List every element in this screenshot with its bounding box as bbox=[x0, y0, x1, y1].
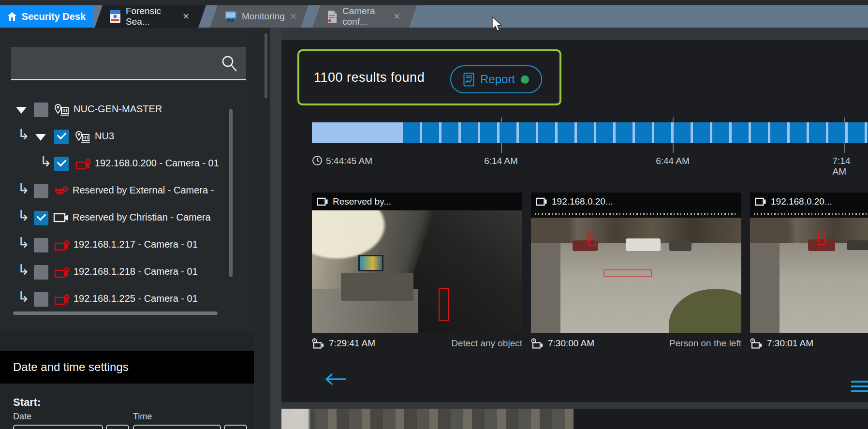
scene-shape bbox=[341, 273, 413, 301]
site-icon bbox=[75, 131, 91, 143]
results-panel: 1100 results found Report 5:44:45 AM bbox=[281, 40, 868, 402]
clock-icon bbox=[312, 155, 323, 166]
checkbox[interactable] bbox=[34, 292, 48, 307]
detection-box bbox=[588, 234, 596, 246]
checkbox[interactable] bbox=[54, 130, 69, 144]
start-date-picker-button[interactable] bbox=[106, 425, 129, 429]
report-button[interactable]: Report bbox=[450, 65, 542, 93]
tree-label: 192.168.0.200 - Camera - 01 bbox=[95, 158, 219, 169]
timeline-tick bbox=[501, 118, 502, 122]
main-vertical-scrollbar[interactable] bbox=[265, 33, 267, 98]
tree-row-nu3[interactable]: ↳ NU3 bbox=[0, 123, 227, 150]
start-time-stepper[interactable] bbox=[224, 425, 247, 429]
tab-camera-configuration[interactable]: Camera conf... ✕ bbox=[312, 5, 417, 28]
start-time-field[interactable] bbox=[133, 425, 221, 429]
scene-car bbox=[847, 240, 868, 250]
close-icon[interactable]: ✕ bbox=[393, 11, 400, 22]
thumbnail-image[interactable] bbox=[531, 210, 741, 333]
tree-row-camera-217[interactable]: ↳ 192.168.1.217 - Camera - 01 bbox=[0, 232, 227, 259]
result-time: 7:30:00 AM bbox=[548, 338, 594, 349]
tree-row-camera-200[interactable]: ↳ 192.168.0.200 - Camera - 01 bbox=[0, 150, 227, 178]
date-label: Date bbox=[13, 412, 31, 422]
tab-label: Monitoring bbox=[242, 11, 285, 22]
panel-divider bbox=[270, 28, 281, 429]
close-icon[interactable]: ✕ bbox=[182, 11, 190, 22]
timeline-tick bbox=[501, 143, 502, 153]
tab-forensic-search[interactable]: Forensic Sea... ✕ bbox=[95, 5, 206, 28]
forensic-search-icon bbox=[109, 10, 121, 23]
app-window: Security Desk Forensic Sea... ✕ Monitori… bbox=[0, 0, 868, 429]
dome-camera-offline-icon bbox=[53, 185, 71, 199]
device-tree-sidebar: NUC-GEN-MASTER ↳ NU3 ↳ 192.168.0.200 - C… bbox=[0, 28, 254, 429]
tree-label: Reserved by External - Camera - bbox=[73, 185, 214, 196]
timeline-tick-label: 6:44 AM bbox=[656, 156, 690, 166]
camera-time-icon bbox=[312, 338, 325, 349]
close-icon[interactable]: ✕ bbox=[290, 11, 297, 22]
tree-row-reserved-external[interactable]: ↳ Reserved by External - Camera - bbox=[0, 178, 227, 205]
checkbox[interactable] bbox=[34, 103, 48, 117]
previous-page-arrow[interactable] bbox=[324, 373, 346, 385]
tree-row-reserved-christian[interactable]: ↳ Reserved by Christian - Camera bbox=[0, 205, 227, 232]
camera-icon bbox=[53, 212, 70, 223]
results-highlight-box: 1100 results found Report bbox=[297, 49, 561, 105]
menu-icon[interactable] bbox=[851, 381, 868, 395]
tree-label: 192.168.1.218 - Camera - 01 bbox=[74, 266, 198, 277]
thumbnail-image[interactable] bbox=[312, 210, 522, 333]
tree-row-camera-218[interactable]: ↳ 192.168.1.218 - Camera - 01 bbox=[0, 259, 227, 286]
search-icon[interactable] bbox=[220, 54, 238, 73]
results-count: 1100 results found bbox=[314, 70, 425, 85]
checkbox[interactable] bbox=[34, 184, 48, 198]
timeline-empty-segment bbox=[312, 122, 403, 143]
thumbnail-camera-name: Reserved by... bbox=[333, 196, 391, 207]
tree-vertical-scrollbar[interactable] bbox=[229, 109, 233, 277]
result-footer-2: 7:30:00 AM Person on the left bbox=[531, 337, 741, 350]
tree-branch-icon: ↳ bbox=[17, 236, 29, 250]
timeline-time-labels: 5:44:45 AM 6:14 AM 6:44 AM 7:14 AM bbox=[281, 155, 868, 167]
status-dot bbox=[521, 75, 529, 84]
checkbox[interactable] bbox=[34, 238, 48, 252]
thumbnail-header: 192.168.0.20... bbox=[531, 192, 741, 210]
expander-icon[interactable] bbox=[35, 134, 46, 141]
tabbar-top-strip bbox=[0, 0, 868, 5]
osd-text-bar bbox=[750, 210, 868, 218]
checkbox[interactable] bbox=[34, 265, 48, 280]
tree-branch-icon: ↳ bbox=[17, 263, 29, 277]
tab-monitoring[interactable]: Monitoring ✕ bbox=[210, 5, 309, 28]
result-footer-1: 7:29:41 AM Detect any object bbox=[312, 337, 522, 350]
tree-label: NU3 bbox=[95, 131, 114, 142]
start-date-field[interactable] bbox=[13, 425, 103, 429]
expander-icon[interactable] bbox=[16, 107, 27, 114]
camera-icon bbox=[317, 197, 328, 206]
scene-car bbox=[669, 241, 691, 251]
results-timeline[interactable] bbox=[312, 122, 868, 143]
checkbox[interactable] bbox=[54, 157, 69, 171]
home-icon bbox=[7, 12, 17, 21]
search-box bbox=[11, 47, 246, 80]
datetime-section-header: Date and time settings bbox=[0, 351, 254, 384]
tab-bar: Security Desk Forensic Sea... ✕ Monitori… bbox=[0, 0, 868, 28]
thumbnail-header: Reserved by... bbox=[312, 192, 522, 210]
camera-time-icon bbox=[750, 338, 763, 349]
result-thumbnail-1[interactable]: Reserved by... bbox=[312, 192, 522, 333]
result-thumbnail-3[interactable]: 192.168.0.20... bbox=[750, 192, 868, 333]
tree-label: 192.168.1.225 - Camera - 01 bbox=[74, 293, 198, 304]
result-thumbnail-2[interactable]: 192.168.0.20... bbox=[531, 192, 741, 333]
tree-row-camera-225[interactable]: ↳ 192.168.1.225 - Camera - 01 bbox=[0, 286, 227, 313]
tree-row-nuc-gen-master[interactable]: NUC-GEN-MASTER bbox=[0, 96, 227, 123]
panel-gutter bbox=[254, 28, 270, 429]
monitoring-icon bbox=[224, 11, 237, 22]
thumbnail-image[interactable] bbox=[750, 210, 868, 333]
result-detection-label: Person on the left bbox=[669, 338, 741, 349]
timeline-tick bbox=[844, 143, 845, 153]
search-input[interactable] bbox=[11, 58, 220, 69]
camera-offline-icon bbox=[54, 239, 72, 252]
checkbox[interactable] bbox=[34, 211, 48, 225]
panorama-thumbnail-placeholder[interactable] bbox=[281, 409, 574, 429]
detection-box bbox=[818, 233, 825, 245]
scene-car bbox=[626, 238, 661, 251]
tree-horizontal-scrollbar[interactable] bbox=[13, 311, 218, 315]
timeline-tick bbox=[844, 118, 845, 122]
timeline-tick bbox=[673, 143, 674, 153]
camera-offline-icon bbox=[54, 293, 72, 307]
tab-security-desk[interactable]: Security Desk bbox=[0, 5, 93, 28]
